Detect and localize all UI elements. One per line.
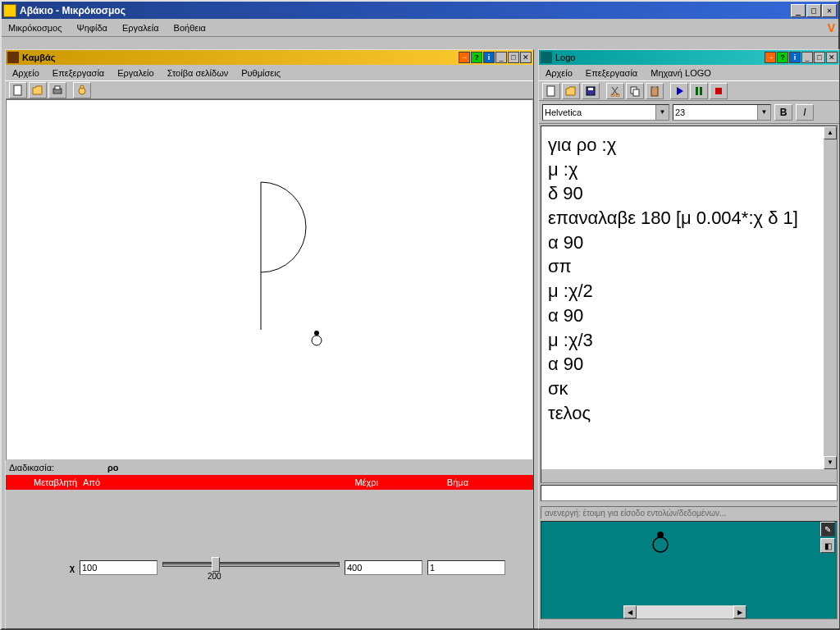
scroll-down-button[interactable]: ▼ [824,456,837,469]
slider-bar [162,562,340,567]
svg-rect-10 [588,88,593,90]
fontsize-value: 23 [675,107,685,117]
italic-button[interactable]: I [796,104,814,121]
to-input[interactable] [345,560,422,575]
print-button[interactable] [48,82,66,98]
scroll-right-button[interactable]: ▶ [733,605,746,619]
logo-menu-engine[interactable]: Μηχανή LOGO [647,66,714,80]
paste-icon [649,85,660,97]
logo-cut-button[interactable] [606,83,624,99]
slider-tick-label: 200 [208,572,221,581]
open-button[interactable] [29,82,47,98]
canvas-menu-file[interactable]: Αρχείο [9,66,43,80]
font-select[interactable]: Helvetica ▼ [542,104,669,121]
canvas-area[interactable] [6,99,533,460]
logo-command-input[interactable] [541,485,838,501]
logo-command-input-row [541,485,838,504]
variable-name: χ [9,563,75,573]
canvas-menu: Αρχείο Επεξεργασία Εργαλείο Στοίβα σελίδ… [6,65,533,81]
col-from: Από [83,477,124,487]
chevron-down-icon[interactable]: ▼ [757,105,770,120]
pause-icon [693,85,705,97]
logo-maximize-button[interactable]: □ [814,52,825,63]
menu-microcosm[interactable]: Μικρόκοσμος [5,21,66,34]
slider-thumb[interactable] [212,557,220,572]
scroll-up-button[interactable]: ▲ [824,126,837,139]
menu-component[interactable]: Ψηφίδα [74,21,111,34]
main-menu: Μικρόκοσμος Ψηφίδα Εργαλεία Βοήθεια V [2,19,838,37]
col-to: Μέχρι [124,477,378,487]
turtle-scrollbar[interactable]: ◀ ▶ [623,605,746,619]
v-icon: V [828,21,835,34]
logo-arrow-button[interactable]: → [765,52,776,63]
slider-row: χ 200 [6,531,533,605]
scroll-left-button[interactable]: ◀ [623,605,637,619]
print-icon [52,84,63,96]
logo-paste-button[interactable] [646,83,664,99]
canvas-icon [7,52,19,63]
logo-font-row: Helvetica ▼ 23 ▼ B I [539,101,839,124]
new-button[interactable] [9,82,27,98]
logo-copy-button[interactable] [626,83,644,99]
logo-menu-file[interactable]: Αρχείο [542,66,576,80]
logo-stop-button[interactable] [710,83,728,99]
chevron-down-icon[interactable]: ▼ [655,105,669,120]
canvas-menu-settings[interactable]: Ρυθμίσεις [238,66,284,80]
maximize-button[interactable]: □ [806,4,821,17]
app-title: Αβάκιο - Μικρόκοσμος [20,5,790,16]
open-icon [32,84,43,96]
canvas-info-button[interactable]: i [483,52,495,63]
logo-help-button[interactable]: ? [777,52,788,63]
from-input[interactable] [80,560,158,575]
svg-point-6 [314,331,319,336]
turtle-tool-button[interactable] [73,82,91,98]
bold-button[interactable]: B [774,104,792,121]
cut-icon [609,85,621,97]
menu-tools[interactable]: Εργαλεία [119,21,162,34]
new-icon [12,84,24,96]
logo-status-bar: ανενεργή: έτοιμη για είσοδο εντολών/δεδο… [541,506,838,519]
logo-run-button[interactable] [670,83,688,99]
logo-status-text: ανενεργή: έτοιμη για είσοδο εντολών/δεδο… [545,509,726,518]
procedure-name: ρο [107,463,119,472]
svg-rect-8 [547,86,555,96]
canvas-close-button[interactable]: ✕ [520,52,532,63]
canvas-menu-tool[interactable]: Εργαλείο [114,66,157,80]
slider[interactable]: 200 [162,555,340,580]
pen-button[interactable]: ✎ [820,522,835,536]
logo-open-button[interactable] [562,83,580,99]
editor-scrollbar-h[interactable]: ◀ ▶ [541,469,824,482]
procedure-columns: Μεταβλητή Από Μέχρι Βήμα [6,475,533,490]
logo-title: Logo [555,52,764,62]
open-icon [565,85,577,97]
canvas-maximize-button[interactable]: □ [508,52,519,63]
logo-code-editor[interactable]: για ρο :χ μ :χ δ 90 επαναλαβε 180 [μ 0.0… [541,126,838,483]
eraser-button[interactable]: ◧ [820,538,835,553]
close-button[interactable]: ✕ [822,4,837,17]
logo-menu-edit[interactable]: Επεξεργασία [582,66,641,80]
menu-help[interactable]: Βοήθεια [171,21,209,34]
fontsize-select[interactable]: 23 ▼ [673,104,771,121]
canvas-help-button[interactable]: ? [471,52,482,63]
svg-rect-2 [55,86,60,89]
logo-save-button[interactable] [582,83,600,99]
logo-icon [541,52,552,63]
procedure-header: Διαδικασία: ρο [6,460,533,475]
logo-pause-button[interactable] [690,83,708,99]
canvas-menu-edit[interactable]: Επεξεργασία [49,66,107,80]
canvas-menu-stack[interactable]: Στοίβα σελίδων [164,66,232,80]
logo-close-button[interactable]: ✕ [826,52,838,63]
svg-rect-17 [696,87,698,95]
editor-scrollbar-v[interactable]: ▲ ▼ [824,126,837,482]
canvas-arrow-button[interactable]: → [459,52,470,63]
logo-minimize-button[interactable]: _ [801,52,813,63]
minimize-button[interactable]: _ [791,4,806,17]
turtle-icon [76,84,88,96]
step-input[interactable] [427,560,505,575]
procedure-label: Διαδικασία: [9,463,107,472]
canvas-minimize-button[interactable]: _ [495,52,507,63]
logo-info-button[interactable]: i [789,52,801,63]
svg-rect-18 [700,87,702,95]
main-titlebar: Αβάκιο - Μικρόκοσμος _ □ ✕ [2,2,838,19]
logo-new-button[interactable] [542,83,560,99]
